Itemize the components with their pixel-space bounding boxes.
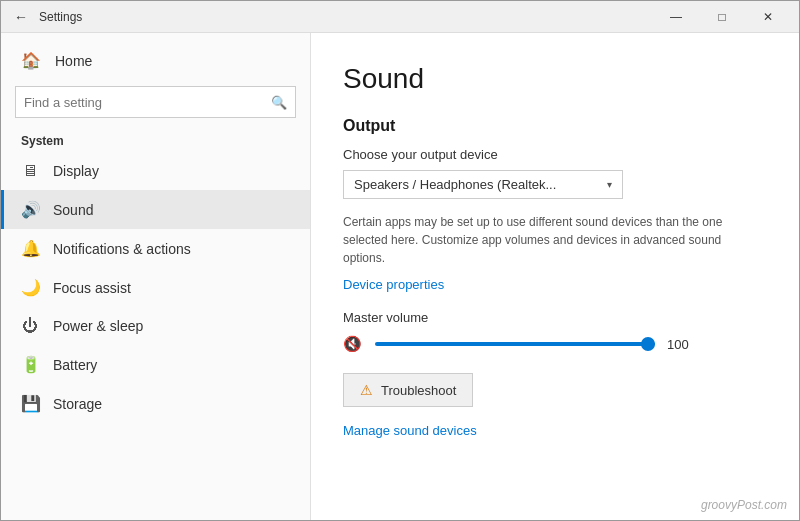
- sidebar-item-sound[interactable]: 🔊 Sound: [1, 190, 310, 229]
- search-box[interactable]: 🔍: [15, 86, 296, 118]
- sidebar-item-power[interactable]: ⏻ Power & sleep: [1, 307, 310, 345]
- troubleshoot-label: Troubleshoot: [381, 383, 456, 398]
- volume-slider[interactable]: [375, 342, 655, 346]
- sidebar-item-label-battery: Battery: [53, 357, 97, 373]
- output-device-dropdown[interactable]: Speakers / Headphones (Realtek... ▾: [343, 170, 623, 199]
- focus-icon: 🌙: [21, 278, 39, 297]
- content-area: 🏠 Home 🔍 System 🖥 Display 🔊 Sound 🔔 Noti…: [1, 33, 799, 520]
- device-value: Speakers / Headphones (Realtek...: [354, 177, 556, 192]
- maximize-button[interactable]: □: [699, 1, 745, 33]
- chevron-down-icon: ▾: [607, 179, 612, 190]
- home-label: Home: [55, 53, 92, 69]
- volume-value: 100: [667, 337, 697, 352]
- minimize-button[interactable]: —: [653, 1, 699, 33]
- battery-icon: 🔋: [21, 355, 39, 374]
- sound-icon: 🔊: [21, 200, 39, 219]
- page-title: Sound: [343, 63, 767, 95]
- search-icon: 🔍: [271, 95, 287, 110]
- storage-icon: 💾: [21, 394, 39, 413]
- sidebar-home[interactable]: 🏠 Home: [1, 41, 310, 80]
- close-button[interactable]: ✕: [745, 1, 791, 33]
- window-title: Settings: [39, 10, 653, 24]
- sidebar: 🏠 Home 🔍 System 🖥 Display 🔊 Sound 🔔 Noti…: [1, 33, 311, 520]
- sidebar-item-display[interactable]: 🖥 Display: [1, 152, 310, 190]
- sidebar-section-title: System: [1, 128, 310, 152]
- display-icon: 🖥: [21, 162, 39, 180]
- main-content: Sound Output Choose your output device S…: [311, 33, 799, 520]
- manage-sound-devices-link[interactable]: Manage sound devices: [343, 423, 767, 438]
- sidebar-item-focus[interactable]: 🌙 Focus assist: [1, 268, 310, 307]
- device-dropdown-row: Speakers / Headphones (Realtek... ▾: [343, 170, 767, 199]
- output-description: Certain apps may be set up to use differ…: [343, 213, 763, 267]
- output-section-title: Output: [343, 117, 767, 135]
- notifications-icon: 🔔: [21, 239, 39, 258]
- device-properties-link[interactable]: Device properties: [343, 277, 767, 292]
- sidebar-item-label-sound: Sound: [53, 202, 93, 218]
- watermark: groovyPost.com: [701, 498, 787, 512]
- search-input[interactable]: [24, 95, 271, 110]
- title-bar: ← Settings — □ ✕: [1, 1, 799, 33]
- sidebar-item-battery[interactable]: 🔋 Battery: [1, 345, 310, 384]
- volume-mute-icon: 🔇: [343, 335, 363, 353]
- choose-device-label: Choose your output device: [343, 147, 767, 162]
- sidebar-item-label-focus: Focus assist: [53, 280, 131, 296]
- sidebar-item-notifications[interactable]: 🔔 Notifications & actions: [1, 229, 310, 268]
- master-volume-label: Master volume: [343, 310, 767, 325]
- back-button[interactable]: ←: [9, 5, 33, 29]
- troubleshoot-button[interactable]: ⚠ Troubleshoot: [343, 373, 473, 407]
- volume-row: 🔇 100: [343, 335, 767, 353]
- home-icon: 🏠: [21, 51, 41, 70]
- sidebar-item-label-display: Display: [53, 163, 99, 179]
- sidebar-item-storage[interactable]: 💾 Storage: [1, 384, 310, 423]
- sidebar-item-label-storage: Storage: [53, 396, 102, 412]
- sidebar-item-label-notifications: Notifications & actions: [53, 241, 191, 257]
- slider-thumb[interactable]: [641, 337, 655, 351]
- window-controls: — □ ✕: [653, 1, 791, 33]
- sidebar-item-label-power: Power & sleep: [53, 318, 143, 334]
- power-icon: ⏻: [21, 317, 39, 335]
- warning-icon: ⚠: [360, 382, 373, 398]
